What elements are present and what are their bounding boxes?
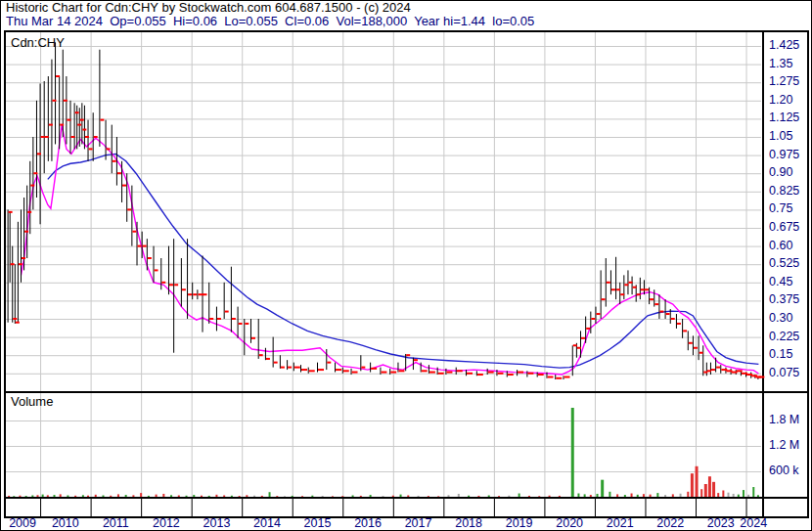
volume-bar (437, 496, 439, 497)
volume-bar (125, 495, 127, 497)
ohlc-bar (665, 299, 666, 319)
ohlc-bar (606, 258, 607, 307)
close-tick (13, 318, 17, 320)
close-tick (611, 288, 615, 290)
ohlc-bar (351, 369, 352, 375)
close-tick (281, 367, 285, 369)
close-tick (573, 344, 577, 346)
ohlc-bar (308, 368, 309, 374)
volume-bar (624, 495, 626, 497)
image-border-top (0, 0, 812, 1)
volume-bar (292, 496, 293, 497)
volume-axis-label: 600 k (769, 465, 799, 477)
volume-bar (519, 494, 520, 497)
volume-gridline (5, 471, 761, 472)
close-tick (538, 374, 544, 376)
volume-bar (704, 484, 707, 497)
close-tick (155, 269, 158, 271)
close-tick (343, 370, 349, 372)
close-ticks (9, 75, 765, 379)
close-tick (89, 148, 93, 150)
ohlc-bar (99, 50, 100, 147)
volume-bar (733, 494, 735, 497)
close-tick (398, 370, 404, 372)
close-tick (138, 245, 142, 247)
volume-bar (231, 496, 233, 497)
year-tick (91, 499, 92, 516)
ohlc-bar (48, 76, 49, 161)
close-tick (251, 337, 255, 339)
ohlc-bar (126, 173, 127, 222)
year-tick (595, 499, 596, 516)
ohlc-bar (335, 363, 336, 373)
volume-bar (650, 495, 652, 497)
year-label: 2012 (145, 517, 188, 530)
volume-bar (738, 495, 740, 497)
close-tick (193, 293, 197, 295)
close-tick (694, 347, 698, 349)
close-tick (689, 342, 693, 344)
close-tick (683, 330, 687, 332)
plot-labels-divider (762, 30, 764, 516)
close-tick (659, 311, 663, 313)
price-axis-label: 0.975 (769, 149, 799, 161)
ohlc-bar (610, 270, 611, 294)
volume-axis-label: 1.2 M (769, 439, 799, 452)
volume-bar (656, 493, 658, 497)
year-tick (242, 499, 243, 516)
close-tick (100, 119, 104, 121)
volume-bar (383, 496, 384, 497)
volume-bar (528, 496, 530, 497)
ohlc-bar (682, 319, 683, 338)
price-axis-label: 0.375 (769, 293, 799, 306)
volume-bar (743, 490, 744, 497)
close-tick (33, 172, 37, 174)
year-label: 2021 (599, 517, 642, 530)
ohlc-bar (88, 120, 89, 161)
chart-box-right (807, 30, 809, 518)
close-tick (182, 288, 186, 290)
close-tick (37, 153, 41, 155)
year-label: 2017 (397, 517, 440, 530)
price-axis-label: 1.425 (769, 39, 799, 52)
close-tick (666, 313, 670, 315)
image-border-left (0, 0, 1, 531)
price-axis-label: 1.125 (769, 111, 799, 124)
volume-bar (311, 496, 313, 497)
ohlc-bar (197, 289, 198, 299)
volume-bar (680, 494, 682, 497)
ohlc-bar (706, 363, 707, 376)
price-gridline (5, 192, 761, 193)
close-tick (82, 129, 86, 131)
ohlc-bar (137, 222, 138, 266)
close-tick (80, 119, 84, 121)
close-tick (429, 372, 435, 374)
close-tick (488, 372, 494, 374)
ohlc-bar (121, 161, 122, 202)
ohlc-bar (244, 319, 245, 355)
close-tick (726, 370, 732, 372)
close-tick (742, 373, 747, 375)
ohlc-bar (66, 76, 67, 144)
close-tick (113, 160, 116, 162)
close-tick (294, 367, 300, 369)
volume-bar (186, 496, 188, 497)
ohlc-bar (250, 319, 251, 343)
ohlc-bar (445, 369, 446, 375)
ohlc-bar (192, 283, 193, 299)
volume-bar (42, 495, 44, 497)
volume-bar (447, 495, 449, 497)
close-tick (620, 293, 624, 295)
volume-bar (102, 495, 104, 497)
ohlc-bar (487, 369, 488, 375)
price-gridline (5, 246, 761, 247)
close-tick (127, 208, 131, 210)
ohlc-bar (537, 373, 538, 377)
ohlc-bar (44, 81, 45, 173)
moving-average-slow-line-group (48, 154, 759, 368)
ohlc-bar (585, 317, 586, 343)
close-tick (677, 323, 681, 325)
volume-bar (728, 493, 730, 497)
year-label: 2010 (44, 517, 87, 530)
volume-bar (148, 496, 150, 497)
